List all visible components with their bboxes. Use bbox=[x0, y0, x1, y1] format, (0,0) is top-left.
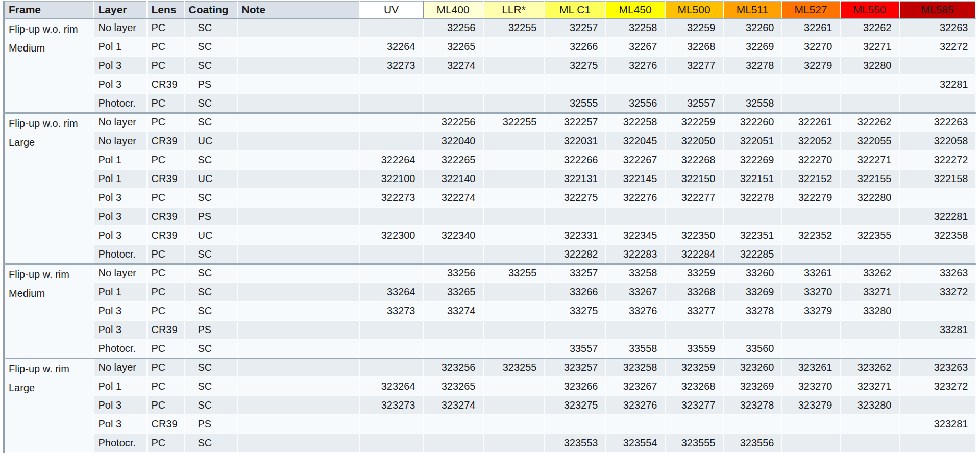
cell-lens: PC bbox=[147, 377, 184, 396]
table-row: Photocr.PCSC33557335583355933560 bbox=[4, 339, 976, 358]
cell-llr bbox=[483, 339, 545, 358]
cell-llr: 33255 bbox=[483, 264, 545, 283]
cell-lens: PC bbox=[147, 150, 184, 169]
cell-lens: PC bbox=[147, 434, 184, 452]
cell-mlc1: 33275 bbox=[545, 301, 606, 320]
cell-ml550 bbox=[840, 434, 899, 452]
cell-ml527 bbox=[782, 75, 840, 94]
cell-coating: PS bbox=[184, 75, 237, 94]
cell-mlc1: 322031 bbox=[545, 132, 606, 150]
cell-mlc1: 322282 bbox=[545, 245, 606, 264]
cell-ml527: 32279 bbox=[782, 56, 840, 75]
frame-name-line: Medium bbox=[9, 284, 93, 303]
cell-mlc1: 32275 bbox=[545, 56, 606, 75]
cell-ml500: 33277 bbox=[665, 301, 723, 320]
cell-ml550: 322355 bbox=[840, 226, 899, 245]
spreadsheet-page: FrameLayerLensCoatingNoteUVML400LLR*ML C… bbox=[0, 0, 980, 456]
cell-ml450: 322283 bbox=[606, 245, 665, 264]
cell-ml400: 32256 bbox=[423, 18, 483, 37]
cell-coating: SC bbox=[184, 113, 237, 132]
table-body: Flip-up w.o. rimMediumNo layerPCSC322563… bbox=[4, 18, 976, 452]
cell-ml511: 322269 bbox=[723, 150, 782, 169]
cell-ml550 bbox=[840, 339, 899, 358]
column-header-coating: Coating bbox=[184, 2, 237, 18]
cell-ml527: 322279 bbox=[782, 188, 840, 207]
cell-ml400: 33274 bbox=[423, 301, 483, 320]
frame-name-line: Flip-up w. rim bbox=[9, 360, 93, 378]
cell-coating: UC bbox=[184, 169, 237, 188]
cell-note bbox=[237, 132, 360, 150]
cell-lens: CR39 bbox=[147, 320, 184, 339]
cell-ml511 bbox=[723, 320, 782, 339]
cell-coating: SC bbox=[184, 301, 237, 320]
cell-llr bbox=[483, 396, 545, 415]
cell-ml450 bbox=[606, 75, 665, 94]
cell-mlc1: 33557 bbox=[545, 339, 606, 358]
cell-coating: SC bbox=[184, 245, 237, 264]
cell-ml550 bbox=[840, 75, 899, 94]
cell-ml585 bbox=[899, 396, 976, 415]
cell-note bbox=[237, 226, 360, 245]
cell-uv: 33273 bbox=[360, 301, 423, 320]
cell-note bbox=[237, 264, 360, 283]
cell-lens: CR39 bbox=[147, 226, 184, 245]
column-header-ml550: ML550 bbox=[840, 2, 899, 18]
cell-ml500: 322050 bbox=[665, 132, 723, 150]
cell-lens: PC bbox=[147, 283, 184, 301]
cell-ml585: 322263 bbox=[899, 113, 976, 132]
cell-uv: 322300 bbox=[360, 226, 423, 245]
cell-layer: Pol 3 bbox=[94, 226, 147, 245]
cell-lens: PC bbox=[147, 245, 184, 264]
cell-llr bbox=[483, 75, 545, 94]
cell-lens: PC bbox=[147, 339, 184, 358]
cell-coating: SC bbox=[184, 188, 237, 207]
cell-uv bbox=[360, 339, 423, 358]
cell-ml550 bbox=[840, 415, 899, 434]
cell-coating: SC bbox=[184, 37, 237, 56]
cell-llr bbox=[483, 226, 545, 245]
cell-ml550: 32280 bbox=[840, 56, 899, 75]
cell-llr bbox=[483, 283, 545, 301]
cell-ml500: 32259 bbox=[665, 18, 723, 37]
cell-coating: PS bbox=[184, 207, 237, 226]
cell-ml585: 322058 bbox=[899, 132, 976, 150]
cell-ml585: 323272 bbox=[899, 377, 976, 396]
cell-ml400 bbox=[423, 434, 483, 452]
column-header-ml527: ML527 bbox=[782, 2, 840, 18]
cell-note bbox=[237, 188, 360, 207]
frame-name-line: Flip-up w. rim bbox=[9, 265, 93, 284]
cell-layer: No layer bbox=[94, 113, 147, 132]
cell-layer: No layer bbox=[94, 264, 147, 283]
cell-llr bbox=[483, 434, 545, 452]
cell-ml500 bbox=[665, 75, 723, 94]
cell-ml527: 322152 bbox=[782, 169, 840, 188]
cell-ml500: 322150 bbox=[665, 169, 723, 188]
cell-ml585: 33272 bbox=[899, 283, 976, 301]
cell-uv: 32264 bbox=[360, 37, 423, 56]
cell-mlc1: 323275 bbox=[545, 396, 606, 415]
cell-ml400: 323265 bbox=[423, 377, 483, 396]
cell-ml500: 32268 bbox=[665, 37, 723, 56]
cell-lens: PC bbox=[147, 358, 184, 377]
cell-ml450: 323276 bbox=[606, 396, 665, 415]
cell-ml500: 33259 bbox=[665, 264, 723, 283]
cell-note bbox=[237, 37, 360, 56]
column-header-ml400: ML400 bbox=[423, 2, 483, 18]
cell-ml400 bbox=[423, 245, 483, 264]
column-header-frame: Frame bbox=[4, 2, 94, 18]
cell-ml511: 322151 bbox=[723, 169, 782, 188]
table-row: Pol 3PCSC3232733232743232753232763232773… bbox=[4, 396, 976, 415]
cell-ml527 bbox=[782, 245, 840, 264]
cell-ml511: 322260 bbox=[723, 113, 782, 132]
header-row: FrameLayerLensCoatingNoteUVML400LLR*ML C… bbox=[4, 2, 976, 18]
cell-ml450: 323267 bbox=[606, 377, 665, 396]
cell-ml400: 322040 bbox=[423, 132, 483, 150]
cell-layer: Pol 1 bbox=[94, 37, 147, 56]
table-row: Pol 1PCSC3226432265322663226732268322693… bbox=[4, 37, 976, 56]
cell-llr bbox=[483, 188, 545, 207]
cell-llr bbox=[483, 301, 545, 320]
cell-ml527: 32261 bbox=[782, 18, 840, 37]
cell-uv: 32273 bbox=[360, 56, 423, 75]
cell-layer: Pol 3 bbox=[94, 415, 147, 434]
table-row: Pol 3PCSC3227332274322753227632277322783… bbox=[4, 56, 976, 75]
